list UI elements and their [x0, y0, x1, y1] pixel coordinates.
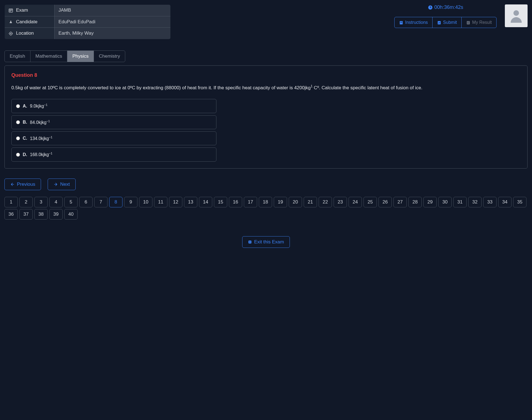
next-label: Next	[60, 182, 70, 187]
option-text: 168.0kjkg−1	[30, 152, 52, 157]
option-text: 9.0kjkg−1	[30, 103, 47, 109]
question-nav-20[interactable]: 20	[289, 197, 302, 207]
answer-option-b[interactable]: B. 84.0kjkg−1	[11, 115, 216, 129]
answer-option-d[interactable]: D. 168.0kjkg−1	[11, 147, 216, 161]
tab-physics[interactable]: Physics	[67, 51, 94, 62]
question-nav-11[interactable]: 11	[154, 197, 167, 207]
question-nav-19[interactable]: 19	[274, 197, 287, 207]
question-nav-38[interactable]: 38	[34, 209, 48, 220]
answer-option-a[interactable]: A. 9.0kjkg−1	[11, 99, 216, 113]
question-nav-23[interactable]: 23	[334, 197, 347, 207]
arrow-right-icon	[53, 182, 58, 187]
question-nav-34[interactable]: 34	[498, 197, 511, 207]
question-nav-8[interactable]: 8	[109, 197, 122, 207]
timer: 00h:36m:42s	[428, 4, 463, 10]
submit-button[interactable]: Submit	[433, 17, 462, 28]
question-number-grid: 1234567891011121314151617181920212223242…	[4, 197, 528, 220]
question-nav-17[interactable]: 17	[244, 197, 257, 207]
location-label: Location	[16, 30, 34, 36]
candidate-value: EduPadi EduPadi	[55, 16, 171, 28]
question-nav-30[interactable]: 30	[438, 197, 452, 207]
option-letter: B.	[23, 120, 27, 125]
question-nav-6[interactable]: 6	[79, 197, 93, 207]
exit-label: Exit this Exam	[254, 239, 284, 245]
question-nav-7[interactable]: 7	[94, 197, 108, 207]
question-nav-36[interactable]: 36	[4, 209, 18, 220]
question-nav-40[interactable]: 40	[64, 209, 78, 220]
question-text: 0.5kg of water at 10ºC is completely con…	[11, 84, 521, 91]
question-nav-5[interactable]: 5	[64, 197, 78, 207]
svg-point-17	[513, 10, 519, 16]
target-icon	[9, 31, 13, 36]
candidate-label: Candidate	[16, 19, 38, 24]
tab-mathematics[interactable]: Mathematics	[30, 51, 67, 62]
option-letter: A.	[23, 104, 27, 109]
question-nav-32[interactable]: 32	[468, 197, 482, 207]
my-result-button[interactable]: My Result	[462, 17, 496, 28]
candidate-label-cell: Candidate	[5, 16, 55, 28]
question-text-part1: 0.5kg of water at 10ºC is completely con…	[11, 85, 311, 90]
question-nav-16[interactable]: 16	[229, 197, 242, 207]
location-value: Earth, Milky Way	[55, 28, 171, 39]
answer-radio-c[interactable]	[16, 136, 20, 140]
close-icon	[248, 239, 252, 245]
instructions-label: Instructions	[405, 20, 428, 25]
answer-options: A. 9.0kjkg−1B. 84.0kjkg−1C. 134.0kjkg−1D…	[11, 99, 216, 161]
option-letter: D.	[23, 152, 27, 157]
question-nav-21[interactable]: 21	[304, 197, 317, 207]
question-nav-24[interactable]: 24	[349, 197, 362, 207]
exit-exam-button[interactable]: Exit this Exam	[242, 236, 290, 248]
svg-rect-16	[467, 23, 469, 24]
question-nav-15[interactable]: 15	[214, 197, 227, 207]
exam-info-table: Exam JAMB Candidate EduPadi EduPadi Loca…	[4, 4, 171, 39]
option-text: 134.0kjkg−1	[30, 136, 52, 141]
question-nav-13[interactable]: 13	[184, 197, 197, 207]
tab-english[interactable]: English	[5, 51, 30, 62]
next-button[interactable]: Next	[48, 179, 76, 190]
avatar	[505, 4, 528, 27]
question-nav-2[interactable]: 2	[19, 197, 33, 207]
question-nav-26[interactable]: 26	[378, 197, 392, 207]
answer-radio-d[interactable]	[16, 153, 20, 157]
question-nav-4[interactable]: 4	[49, 197, 63, 207]
svg-point-3	[10, 33, 11, 34]
question-nav-10[interactable]: 10	[139, 197, 152, 207]
previous-button[interactable]: Previous	[4, 179, 41, 190]
arrow-left-icon	[10, 182, 15, 187]
question-nav-29[interactable]: 29	[423, 197, 437, 207]
question-nav-9[interactable]: 9	[124, 197, 137, 207]
question-nav-18[interactable]: 18	[259, 197, 272, 207]
question-nav-1[interactable]: 1	[4, 197, 18, 207]
my-result-label: My Result	[472, 20, 492, 25]
svg-rect-15	[467, 22, 469, 23]
option-text: 84.0kjkg−1	[30, 119, 50, 125]
question-nav-35[interactable]: 35	[513, 197, 526, 207]
svg-rect-14	[467, 22, 469, 22]
question-nav-39[interactable]: 39	[49, 209, 63, 220]
question-nav-22[interactable]: 22	[319, 197, 332, 207]
question-nav-3[interactable]: 3	[34, 197, 48, 207]
previous-label: Previous	[17, 182, 35, 187]
question-nav-28[interactable]: 28	[408, 197, 422, 207]
submit-label: Submit	[443, 20, 457, 25]
instructions-button[interactable]: Instructions	[395, 17, 433, 28]
svg-rect-10	[400, 22, 402, 22]
question-nav-31[interactable]: 31	[453, 197, 467, 207]
question-nav-33[interactable]: 33	[483, 197, 497, 207]
exam-label: Exam	[16, 7, 28, 13]
question-nav-12[interactable]: 12	[169, 197, 182, 207]
question-number: Question 8	[11, 72, 521, 78]
tab-chemistry[interactable]: Chemistry	[94, 51, 125, 62]
question-nav-25[interactable]: 25	[364, 197, 377, 207]
answer-radio-b[interactable]	[16, 120, 20, 124]
question-nav-37[interactable]: 37	[19, 209, 33, 220]
option-letter: C.	[23, 136, 27, 141]
location-label-cell: Location	[5, 28, 55, 39]
clock-icon	[428, 4, 433, 10]
answer-option-c[interactable]: C. 134.0kjkg−1	[11, 131, 216, 145]
result-icon	[466, 20, 470, 25]
answer-radio-a[interactable]	[16, 104, 20, 108]
question-nav-14[interactable]: 14	[199, 197, 212, 207]
svg-rect-12	[438, 21, 441, 24]
question-nav-27[interactable]: 27	[393, 197, 407, 207]
